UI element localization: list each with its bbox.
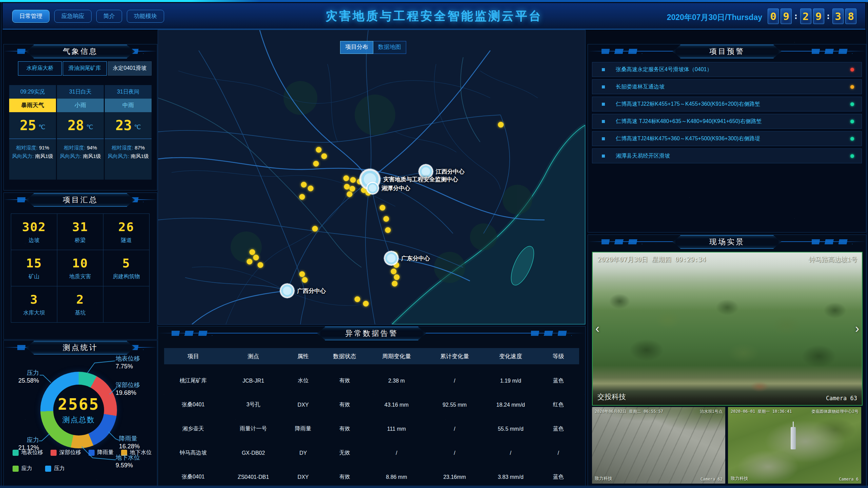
col-header-变化速度: 变化速度: [484, 352, 537, 360]
weather-columns: 09:29实况暴雨天气25℃相对湿度: 91%风向风力: 南风1级31日白天小雨…: [9, 85, 152, 180]
clock-digit: 2: [800, 8, 811, 24]
project-dot[interactable]: [301, 182, 307, 188]
table-row[interactable]: 钟马高边坡GX-DB02DY无效////: [164, 441, 579, 465]
humidity-label: 相对湿度:: [112, 145, 135, 150]
legend-item-应力[interactable]: 应力: [13, 465, 38, 472]
warning-item[interactable]: 湘潭县天易经开区滑坡: [592, 148, 862, 163]
top-accent-line: [0, 0, 868, 2]
next-camera-arrow-icon[interactable]: ›: [855, 322, 859, 336]
table-cell: 张桑0401: [164, 401, 222, 408]
summary-cell-地质灾害: 10地质灾害: [57, 250, 103, 286]
table-cell: 桃江尾矿库: [164, 377, 222, 384]
project-dot[interactable]: [299, 194, 305, 200]
bullet-icon: [602, 103, 605, 106]
project-dot[interactable]: [380, 205, 386, 211]
prev-camera-arrow-icon[interactable]: ‹: [595, 322, 599, 336]
table-cell: 有效: [322, 473, 368, 481]
map-tab-数据地图[interactable]: 数据地图: [373, 41, 406, 54]
project-dot[interactable]: [394, 274, 400, 280]
monitoring-pillar: [791, 427, 796, 449]
warning-text: 张桑高速永定服务区4号滑坡体（0401）: [616, 66, 712, 73]
nav-button-简介[interactable]: 简介: [96, 10, 122, 23]
wind-value: 南风1级: [131, 153, 149, 159]
weather-condition: 中雨: [105, 99, 152, 112]
summary-value: 302: [22, 220, 46, 234]
summary-value: 15: [26, 256, 42, 270]
project-dot[interactable]: [258, 262, 263, 268]
project-dot[interactable]: [391, 269, 397, 274]
table-row[interactable]: 钟马路高边坡5号孔DXY有效10.12 mm15.975.46 mm/d橙色: [164, 364, 579, 369]
head-stripes-icon: [531, 331, 572, 336]
project-dot[interactable]: [363, 301, 369, 307]
nav-button-应急响应[interactable]: 应急响应: [54, 10, 92, 23]
project-dot[interactable]: [498, 122, 504, 128]
donut-center: 2565 测点总数: [40, 372, 117, 448]
table-row[interactable]: 张桑0401ZS0401-DB1DXY有效8.86 mm23.16mm3.83 …: [164, 465, 579, 483]
summary-cell-基坑: 2基坑: [57, 286, 103, 323]
warning-item[interactable]: 长韶娄道林互通边坡: [592, 79, 862, 94]
weather-tab-滑油洞尾矿库[interactable]: 滑油洞尾矿库: [63, 61, 106, 76]
project-dot[interactable]: [308, 186, 314, 191]
project-dot[interactable]: [299, 271, 305, 277]
legend-item-深部位移[interactable]: 深部位移: [51, 449, 81, 456]
project-dot[interactable]: [347, 191, 353, 197]
map-tab-项目分布[interactable]: 项目分布: [340, 41, 373, 54]
warning-item[interactable]: 张桑高速永定服务区4号滑坡体（0401）: [592, 62, 862, 77]
legend-swatch: [51, 450, 57, 456]
camera-thumbnail[interactable]: 2020-06-01 星期一 10:36:41娄底固体废物处理中心2号致力科技C…: [728, 407, 861, 484]
alarm-table-body[interactable]: 钟马路高边坡5号孔DXY有效10.12 mm15.975.46 mm/d橙色桃江…: [164, 364, 579, 483]
project-dot[interactable]: [392, 281, 398, 287]
table-cell: DXY: [284, 474, 322, 480]
stats-panel-title: 测点统计: [26, 341, 135, 354]
live-panel-title: 现场实景: [672, 235, 782, 249]
project-dot[interactable]: [302, 277, 308, 283]
weather-tabs: 水府庙大桥滑油洞尾矿库永定0401滑坡: [18, 61, 152, 76]
project-dot[interactable]: [253, 255, 259, 261]
camera-thumbnail[interactable]: 2020年06月02日 星期二 06:55:57治水坝1号点致力科技Camera…: [592, 407, 725, 484]
project-dot[interactable]: [385, 227, 391, 233]
project-dot[interactable]: [355, 297, 360, 302]
project-dot[interactable]: [316, 147, 322, 153]
project-dot[interactable]: [350, 177, 356, 183]
weather-time-label: 31日夜间: [105, 85, 152, 99]
legend-label: 深部位移: [59, 449, 81, 456]
table-cell: 蓝色: [538, 473, 579, 481]
main-camera-view[interactable]: 2020年07月30日 星期四 09:29:34 钟马路高边坡1号 交投科技 C…: [592, 252, 863, 406]
warning-item[interactable]: 仁博高速TJ22标K455+175～K455+360(K916+200)右侧路堑: [592, 97, 862, 111]
table-cell: /: [426, 426, 484, 432]
table-cell: ZS0401-DB1: [222, 474, 284, 480]
camera-location-label: 钟马路高边坡1号: [808, 255, 857, 264]
center-marker-广西分中心[interactable]: [279, 283, 295, 299]
weather-tab-永定0401滑坡[interactable]: 永定0401滑坡: [108, 61, 152, 76]
map[interactable]: 项目分布数据地图 江西分中心灾害地质与工程安全监测中心湘潭分中心广东分中心广西分…: [158, 30, 586, 325]
top-header: 日常管理应急响应简介功能模块 灾害地质与工程安全智能监测云平台 2020年07月…: [3, 3, 865, 29]
project-dot[interactable]: [344, 184, 350, 190]
clock-digit: 9: [781, 8, 792, 24]
warning-item[interactable]: 仁博高速TJ24标K475+360～K475+500(K936+300)右侧路堤: [592, 131, 862, 146]
slice-name: 深部位移: [116, 381, 140, 389]
project-dot[interactable]: [312, 226, 318, 232]
nav-button-日常管理[interactable]: 日常管理: [12, 10, 50, 23]
table-row[interactable]: 桃江尾矿库JCB-JR1水位有效2.38 m/1.19 m/d蓝色: [164, 369, 579, 393]
camera-thumbnails: 2020年06月02日 星期二 06:55:57治水坝1号点致力科技Camera…: [592, 407, 861, 484]
col-header-数据状态: 数据状态: [322, 352, 368, 360]
table-row[interactable]: 张桑04013号孔DXY有效43.16 mm92.55 mm18.24 mm/d…: [164, 393, 579, 417]
legend-item-压力[interactable]: 压力: [45, 465, 70, 472]
legend-item-降雨量[interactable]: 降雨量: [88, 449, 114, 456]
project-dot[interactable]: [350, 186, 355, 192]
project-dot[interactable]: [250, 249, 255, 255]
weather-time-label: 31日白天: [57, 85, 104, 99]
project-dot[interactable]: [313, 161, 319, 167]
nav-button-功能模块[interactable]: 功能模块: [127, 10, 164, 23]
center-marker-广东分中心[interactable]: [383, 250, 399, 266]
warning-item[interactable]: 仁博高速 TJ24标K480+635～K480+940(K941+650)右侧路…: [592, 114, 862, 129]
center-label-灾害地质与工程安全监测中心: 灾害地质与工程安全监测中心: [383, 176, 458, 183]
project-dot[interactable]: [383, 216, 389, 222]
camera-brand-watermark: 交投科技: [597, 392, 626, 402]
project-dot[interactable]: [343, 176, 349, 181]
project-dot[interactable]: [247, 259, 253, 265]
table-row[interactable]: 湘乡壶天雨量计一号降雨量有效111 mm/55.5 mm/d蓝色: [164, 417, 579, 441]
center-marker-湘潭分中心[interactable]: [366, 181, 379, 195]
weather-tab-水府庙大桥[interactable]: 水府庙大桥: [18, 61, 62, 76]
project-dot[interactable]: [321, 154, 327, 159]
